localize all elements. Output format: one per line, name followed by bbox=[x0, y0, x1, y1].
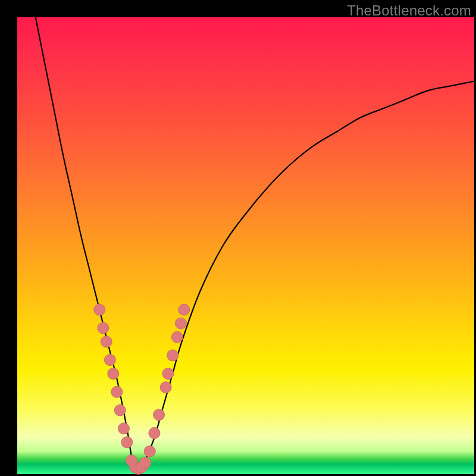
sample-point bbox=[171, 331, 183, 343]
sample-point bbox=[121, 437, 133, 448]
sample-point bbox=[98, 322, 109, 334]
sample-point bbox=[160, 382, 171, 393]
sample-point bbox=[178, 304, 190, 315]
sample-point bbox=[104, 355, 115, 366]
chart-canvas: TheBottleneck.com bbox=[0, 0, 476, 476]
sample-point bbox=[175, 318, 186, 329]
bottleneck-curve bbox=[36, 17, 474, 471]
sample-point bbox=[94, 304, 105, 315]
sample-point bbox=[114, 405, 126, 416]
sample-point bbox=[111, 386, 123, 397]
plot-area bbox=[17, 17, 474, 474]
sample-point bbox=[149, 427, 160, 439]
sample-points-group bbox=[94, 304, 190, 474]
sample-point bbox=[162, 368, 174, 380]
sample-point bbox=[101, 336, 112, 347]
sample-point bbox=[118, 423, 129, 434]
sample-point bbox=[167, 350, 178, 361]
sample-point bbox=[154, 409, 165, 421]
bottleneck-curve-svg bbox=[17, 17, 474, 474]
sample-point bbox=[144, 446, 155, 457]
watermark-label: TheBottleneck.com bbox=[347, 2, 471, 19]
sample-point bbox=[108, 368, 119, 380]
sample-point bbox=[140, 457, 151, 468]
